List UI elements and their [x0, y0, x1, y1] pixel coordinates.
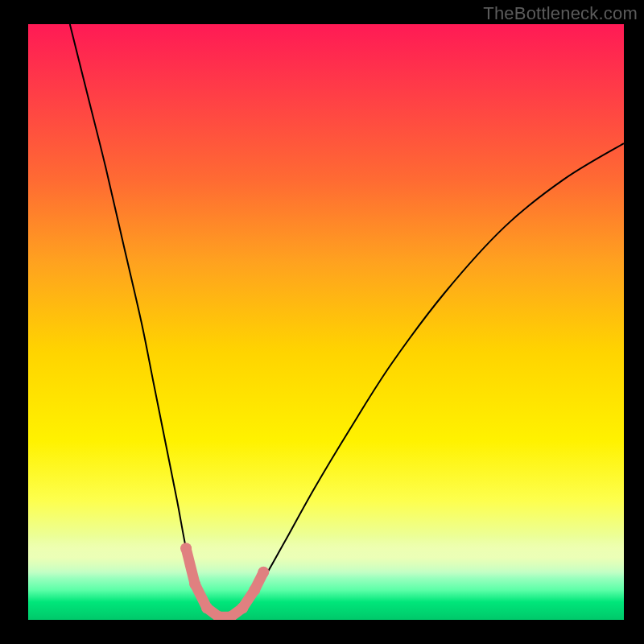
marker-segment	[254, 572, 263, 590]
bottleneck-curve	[70, 24, 624, 618]
marker-dot	[201, 602, 213, 613]
watermark-text: TheBottleneck.com	[483, 3, 638, 24]
marker-segment	[195, 584, 207, 609]
marker-dot	[258, 567, 269, 578]
marker-segment	[242, 590, 254, 608]
marker-dot	[180, 543, 192, 554]
marker-segment	[231, 608, 243, 617]
highlight-band	[28, 536, 624, 578]
marker-segment	[207, 608, 219, 617]
outer-frame: TheBottleneck.com	[0, 0, 644, 644]
marker-dot	[237, 602, 248, 613]
marker-dot	[249, 584, 260, 596]
chart-svg	[28, 24, 624, 620]
marker-dot	[213, 611, 225, 620]
marker-group	[180, 543, 269, 620]
chart-plot-area	[28, 24, 624, 620]
marker-dot	[225, 611, 237, 620]
marker-segment	[186, 548, 195, 584]
marker-dot	[189, 579, 200, 590]
